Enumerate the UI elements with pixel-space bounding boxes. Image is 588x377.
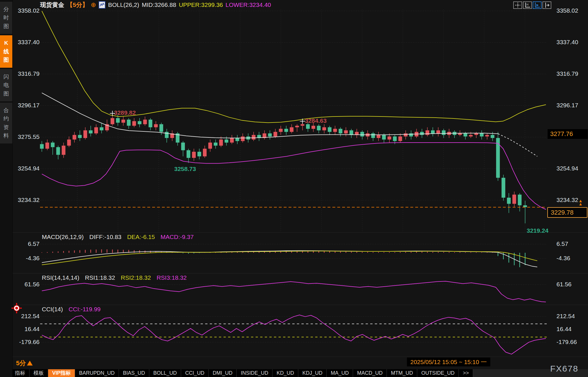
candle-body (491, 135, 494, 138)
chart-canvas[interactable] (0, 0, 588, 377)
price-up-arrows-icon: ▲▲ (577, 199, 584, 205)
bottom-tab[interactable]: OUTSIDE_UD (417, 369, 459, 377)
candle-body (290, 127, 293, 132)
candle-body (279, 129, 283, 132)
candle-body (480, 133, 484, 137)
candle-body (284, 129, 288, 132)
candle-body (192, 152, 196, 158)
link-circle-icon[interactable]: ⊕ (91, 2, 96, 8)
rsi-axis-tick-left: 61.56 (13, 281, 40, 288)
candle-body (149, 120, 152, 127)
cci-title-row[interactable]: CCI(14) CCI:-119.99 (42, 306, 105, 313)
axis-lock-icon[interactable] (542, 1, 551, 9)
candle-body (322, 127, 326, 131)
candle-body (344, 130, 348, 133)
price-axis-tick-left: 3337.40 (13, 39, 40, 46)
candle-body (132, 121, 136, 126)
bottom-tab[interactable]: MA_UD (327, 369, 353, 377)
candle-body (377, 135, 380, 138)
period-badge[interactable]: 【5分】 (67, 1, 88, 9)
macd-dif-line (42, 251, 537, 267)
sidebar-item-time-chart[interactable]: 分时图 (0, 2, 12, 34)
candle-body (225, 139, 228, 143)
candle-body (268, 133, 272, 137)
bottom-tab[interactable]: MACD_UD (353, 369, 387, 377)
bottom-tab[interactable]: 模板 (30, 369, 48, 377)
panel-separator (13, 232, 588, 233)
candle-body (350, 130, 353, 135)
candle-body (518, 195, 522, 205)
candle-body (214, 143, 217, 146)
bottom-tab[interactable]: CCI_UD (181, 369, 209, 377)
boll-lower-value: LOWER:3234.40 (226, 1, 271, 8)
symbol-title: 现货黄金 (40, 1, 64, 9)
candle-body (523, 205, 527, 207)
bottom-tab[interactable]: 指标 (11, 369, 30, 377)
bottom-tab[interactable]: BOLL_UD (149, 369, 181, 377)
candle-body (404, 133, 407, 137)
candle-body (116, 118, 120, 123)
candle-body (442, 130, 446, 135)
macd-axis-tick-right: 6.57 (556, 240, 587, 247)
boll-mid-value: MID:3266.88 (142, 1, 176, 8)
rsi-line (42, 281, 546, 302)
bottom-tab[interactable]: KD_UD (273, 369, 298, 377)
sidebar-item-candle-chart[interactable]: K线图 (0, 35, 12, 67)
sidebar-item-label: 分时图 (3, 5, 9, 30)
candle-body (236, 138, 239, 141)
brand-watermark: FX678 (550, 364, 578, 374)
bottom-tab[interactable]: VIP指标 (48, 369, 75, 377)
candle-body (475, 133, 478, 135)
candle-body (360, 132, 364, 137)
candle-body (51, 143, 54, 147)
candle-body (485, 135, 489, 136)
swing-low-label-1: 3258.73 (174, 166, 196, 172)
price-axis-tick-left: 3254.94 (13, 165, 40, 172)
boll-indicator-title[interactable]: BOLL(26,2) (108, 1, 139, 8)
rsi-title-row[interactable]: RSI(14,14,14) RSI1:18.32 RSI2:18.32 RSI3… (42, 274, 191, 281)
candle-body (241, 137, 245, 141)
sidebar-item-contract-info[interactable]: 合约资料 (0, 103, 12, 143)
last-price-tag: 3229.78 (547, 207, 587, 218)
candle-body (426, 130, 429, 135)
macd-title-row[interactable]: MACD(26,12,9) DIFF:-10.83 DEA:-6.15 MACD… (42, 234, 198, 240)
price-axis-tick-right: 3337.40 (556, 39, 587, 46)
rsi-axis-tick-right: 61.56 (556, 281, 587, 288)
panel-separator (13, 273, 588, 273)
bottom-tab[interactable]: INSIDE_UD (237, 369, 273, 377)
swing-high-label-1: 3289.82 (114, 109, 136, 116)
prev-close-tag: 3277.76 (548, 129, 588, 139)
price-axis-tick-right: 3296.17 (556, 102, 587, 109)
candle-body (273, 132, 277, 137)
candle-body (208, 143, 212, 149)
candle-body (154, 124, 158, 127)
bottom-tab[interactable]: MTM_UD (387, 369, 417, 377)
footer-period-label[interactable]: 5分 (16, 359, 26, 368)
sidebar-item-label: 合约资料 (3, 106, 9, 140)
candle-body (387, 137, 391, 140)
candle-body (371, 133, 375, 138)
price-axis-tick-right: 3358.02 (556, 7, 587, 14)
period-up-arrow-icon[interactable] (27, 361, 33, 366)
rsi-title: RSI(14,14,14) (42, 274, 79, 281)
panel-separator (13, 357, 588, 357)
sidebar-item-lightning-chart[interactable]: 闪电图 (0, 69, 12, 101)
mini-chart-icon[interactable] (99, 1, 105, 9)
candle-body (501, 178, 505, 198)
axis-scale-h-icon[interactable]: H (523, 1, 532, 9)
axis-autoscale-icon[interactable] (533, 1, 542, 9)
price-axis-tick-right: 3316.79 (556, 70, 587, 77)
candle-body (339, 129, 342, 133)
price-axis-tick-left: 3316.79 (13, 70, 40, 77)
pan-crosshair-icon[interactable] (513, 1, 522, 9)
macd-macd-value: MACD:-9.37 (160, 234, 194, 240)
bottom-tab[interactable]: KDJ_UD (298, 369, 327, 377)
bottom-tab[interactable]: >> (459, 369, 473, 377)
alert-record-icon[interactable] (11, 303, 22, 313)
bottom-tab[interactable]: BARUPDN_UD (75, 369, 119, 377)
bottom-tab[interactable]: DMI_UD (209, 369, 237, 377)
cci-axis-tick-right: 212.54 (556, 313, 587, 320)
cci-axis-tick-left: 212.54 (13, 313, 40, 320)
bottom-tab[interactable]: BIAS_UD (119, 369, 149, 377)
candle-body (203, 149, 207, 156)
